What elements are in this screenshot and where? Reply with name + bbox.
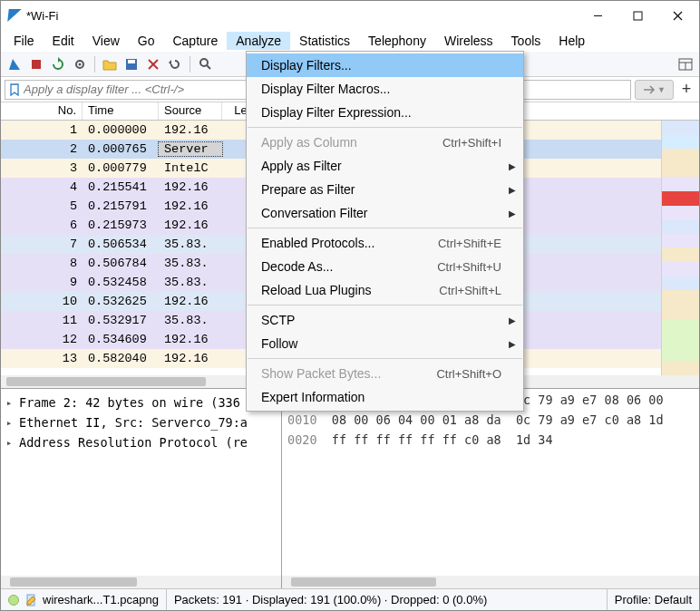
edit-capture-icon[interactable] [24,594,37,606]
hex-hscroll[interactable] [282,576,699,588]
menu-telephony[interactable]: Telephony [359,32,435,50]
menu-item-display-filter-expression[interactable]: Display Filter Expression... [247,101,523,124]
cell: 0.215541 [83,180,159,194]
menu-wireless[interactable]: Wireless [435,32,502,50]
layout-icon [678,58,693,71]
hex-line[interactable]: 0010 08 00 06 04 00 01 a8 da 0c 79 a9 e7… [287,412,694,432]
menu-item-display-filter-macros[interactable]: Display Filter Macros... [247,77,523,101]
gear-icon [73,57,87,72]
status-counts-section: Packets: 191 · Displayed: 191 (100.0%) ·… [167,589,608,610]
menu-help[interactable]: Help [549,32,594,50]
minimap-segment [662,149,699,163]
cell: 0.215791 [83,199,159,213]
status-profile-section[interactable]: Profile: Default [608,589,699,610]
maximize-button[interactable] [617,2,657,29]
menu-capture[interactable]: Capture [163,32,227,50]
svg-marker-13 [169,60,171,65]
expand-icon[interactable]: ▸ [3,397,15,409]
svg-marker-4 [9,59,20,70]
cell: 0.000765 [83,142,159,156]
menu-item-follow[interactable]: Follow▶ [247,332,523,355]
cell: 35.83. [159,238,222,251]
packet-detail-body[interactable]: ▸Frame 2: 42 bytes on wire (336▸Ethernet… [1,389,281,576]
detail-label: Ethernet II, Src: Serverco_79:a [19,415,248,430]
menu-item-label: Display Filter Macros... [261,82,501,96]
close-icon [673,11,683,21]
restart-capture-button[interactable] [48,54,68,74]
packet-hex-body[interactable]: 0000 ff ff ff ff ff ff a8 da 0c 79 a9 e7… [282,389,699,576]
menu-edit[interactable]: Edit [44,32,83,50]
stop-capture-button[interactable] [26,54,46,74]
menu-item-enabled-protocols[interactable]: Enabled Protocols...Ctrl+Shift+E [247,231,523,255]
capture-options-button[interactable] [70,54,90,74]
menu-item-prepare-as-filter[interactable]: Prepare as Filter▶ [247,178,523,201]
menu-accel: Ctrl+Shift+U [437,260,501,274]
packet-minimap[interactable] [661,121,699,375]
cell: 0.534609 [83,333,159,346]
save-icon [125,58,138,71]
menu-item-conversation-filter[interactable]: Conversation Filter▶ [247,201,523,225]
menu-item-expert-information[interactable]: Expert Information [247,385,523,409]
find-packet-button[interactable] [195,54,215,74]
expand-icon[interactable]: ▸ [3,417,15,429]
bookmark-filter-icon[interactable] [5,81,24,99]
detail-tree-item[interactable]: ▸Frame 2: 42 bytes on wire (336 [3,393,279,412]
cell: 3 [1,161,83,175]
cell: 192.16 [159,180,222,194]
open-file-button[interactable] [100,54,120,74]
menu-item-display-filters[interactable]: Display Filters... [247,53,523,77]
cell: 6 [1,218,83,232]
menu-item-label: Apply as Filter [261,159,501,173]
minimize-button[interactable] [578,2,617,29]
close-button[interactable] [657,2,697,29]
scroll-thumb[interactable] [291,577,436,587]
svg-rect-1 [634,12,642,20]
scroll-thumb[interactable] [6,377,206,386]
hex-offset: 0020 [287,432,332,447]
menu-view[interactable]: View [83,32,129,50]
menu-item-apply-as-filter[interactable]: Apply as Filter▶ [247,154,523,178]
close-file-button[interactable] [143,54,163,74]
menu-item-decode-as[interactable]: Decode As...Ctrl+Shift+U [247,255,523,278]
expert-dot-icon[interactable] [8,595,19,606]
menu-file[interactable]: File [5,32,44,50]
menu-analyze[interactable]: Analyze [227,32,290,50]
svg-rect-10 [128,60,135,63]
menu-item-apply-as-column: Apply as ColumnCtrl+Shift+I [247,131,523,154]
col-header-no[interactable]: No. [1,102,83,120]
detail-hscroll[interactable] [1,576,281,588]
reload-button[interactable] [165,54,185,74]
start-capture-button[interactable] [5,54,24,74]
cell: 192.16 [159,199,222,213]
cell: 0.532458 [83,276,159,289]
minimap-segment [662,361,699,375]
menu-item-label: Enabled Protocols... [261,236,438,250]
window-title: *Wi-Fi [26,9,578,23]
status-profile-label: Profile: Default [615,593,692,606]
minimize-icon [593,11,603,21]
shark-fin-icon [7,57,22,72]
col-header-time[interactable]: Time [83,102,159,120]
hex-line[interactable]: 0020 ff ff ff ff ff ff c0 a8 1d 34 [287,432,694,452]
menu-statistics[interactable]: Statistics [290,32,359,50]
col-header-source[interactable]: Source [159,102,222,120]
menu-item-reload-lua-plugins[interactable]: Reload Lua PluginsCtrl+Shift+L [247,278,523,302]
detail-tree-item[interactable]: ▸Address Resolution Protocol (re [3,432,279,452]
app-fin-icon [7,9,21,22]
layout-button[interactable] [676,54,695,74]
reload-icon [168,57,182,72]
status-counts-label: Packets: 191 · Displayed: 191 (100.0%) ·… [174,593,487,606]
cell: 0.506784 [83,257,159,270]
add-filter-button[interactable]: + [677,80,695,99]
analyze-menu[interactable]: Display Filters...Display Filter Macros.… [246,51,524,412]
chevron-down-icon: ▼ [657,85,666,94]
scroll-thumb[interactable] [10,577,137,587]
menu-item-sctp[interactable]: SCTP▶ [247,308,523,332]
expand-icon[interactable]: ▸ [3,437,15,449]
menu-go[interactable]: Go [129,32,164,50]
save-file-button[interactable] [122,54,141,74]
minimap-segment [662,262,699,276]
menu-tools[interactable]: Tools [502,32,550,50]
detail-tree-item[interactable]: ▸Ethernet II, Src: Serverco_79:a [3,412,279,432]
filter-apply-button[interactable]: ▼ [635,80,674,100]
